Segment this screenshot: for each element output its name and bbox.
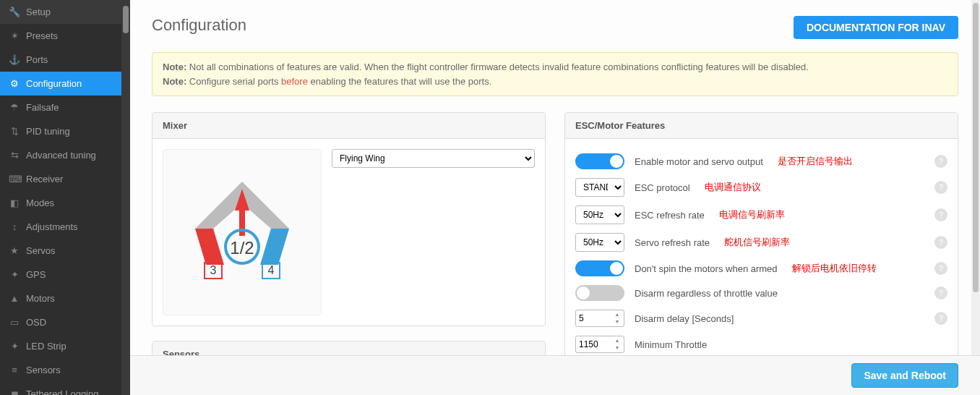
sidebar-item-label: Configuration — [26, 78, 82, 89]
help-icon[interactable]: ? — [934, 286, 947, 300]
star-icon: ✶ — [9, 30, 20, 41]
note-text: Not all combinations of features are val… — [186, 61, 809, 72]
save-reboot-button[interactable]: Save and Reboot — [851, 363, 958, 388]
esc-protocol-label: ESC protocol — [635, 182, 690, 193]
sliders-icon: ⇅ — [9, 126, 20, 137]
sensors-panel: Sensors MPU60 Accelerometer — [152, 341, 546, 355]
sidebar-item-label: Ports — [26, 54, 48, 65]
sidebar-item-label: Advanced tuning — [26, 150, 96, 161]
tune-icon: ⇆ — [9, 150, 20, 161]
annotation-text: 是否开启信号输出 — [778, 155, 853, 168]
help-icon[interactable]: ? — [934, 181, 947, 194]
log-icon: ◼ — [9, 388, 20, 395]
footer: Save and Reboot — [130, 355, 980, 395]
esc-protocol-select[interactable]: STAND — [575, 178, 624, 197]
enable-output-toggle[interactable] — [575, 153, 624, 169]
sidebar-item-label: OSD — [26, 317, 46, 328]
gear-icon: ⚙ — [9, 78, 20, 89]
step-up-icon[interactable]: ▲ — [612, 337, 622, 344]
osd-icon: ▭ — [9, 317, 20, 328]
sidebar-item-servos[interactable]: ★Servos — [0, 239, 130, 263]
sidebar-item-label: Modes — [26, 198, 54, 208]
step-up-icon[interactable]: ▲ — [612, 311, 622, 318]
servo-refresh-select[interactable]: 50Hz — [575, 233, 624, 252]
main-area: Configuration DOCUMENTATION FOR INAV Not… — [130, 0, 980, 395]
mixer-select[interactable]: Flying Wing — [332, 149, 535, 168]
sidebar-item-configuration[interactable]: ⚙Configuration — [0, 72, 130, 95]
sidebar-item-osd[interactable]: ▭OSD — [0, 310, 130, 334]
panel-header: ESC/Motor Features — [565, 113, 958, 139]
content: Configuration DOCUMENTATION FOR INAV Not… — [130, 0, 980, 355]
disarm-toggle[interactable] — [575, 285, 624, 301]
sidebar-item-label: Failsafe — [26, 102, 59, 113]
disarm-label: Disarm regardless of throttle value — [635, 288, 778, 299]
adjust-icon: ↕ — [9, 221, 20, 232]
motor-icon: ▲ — [9, 293, 20, 304]
sidebar-item-adjustments[interactable]: ↕Adjustments — [0, 215, 130, 239]
help-icon[interactable]: ? — [934, 236, 947, 249]
sidebar-item-ports[interactable]: ⚓Ports — [0, 48, 130, 72]
grid-icon: ◧ — [9, 198, 20, 208]
esc-refresh-select[interactable]: 50Hz — [575, 205, 624, 224]
sidebar-item-label: Receiver — [26, 174, 63, 184]
mixer-panel: Mixer 1/2 — [152, 112, 546, 326]
sidebar-item-motors[interactable]: ▲Motors — [0, 286, 130, 310]
note-emphasis: before — [281, 76, 308, 87]
help-icon[interactable]: ? — [934, 262, 947, 275]
sidebar-item-gps[interactable]: ✦GPS — [0, 263, 130, 286]
disarm-delay-label: Disarm delay [Seconds] — [635, 313, 734, 324]
dont-spin-label: Don't spin the motors when armed — [635, 263, 778, 274]
sidebar-item-label: PID tuning — [26, 126, 70, 137]
enable-output-label: Enable motor and servo output — [635, 156, 763, 167]
sidebar-item-setup[interactable]: 🔧Setup — [0, 0, 130, 24]
min-throttle-label: Minimum Throttle — [635, 339, 707, 350]
svg-marker-1 — [195, 229, 224, 265]
sidebar-item-failsafe[interactable]: ☂Failsafe — [0, 95, 130, 119]
servo-refresh-label: Servo refresh rate — [635, 237, 710, 248]
sidebar-item-receiver[interactable]: ⌨Receiver — [0, 167, 130, 191]
umbrella-icon: ☂ — [9, 102, 20, 113]
sidebar-scrollbar[interactable] — [121, 0, 130, 395]
help-icon[interactable]: ? — [934, 312, 947, 325]
min-throttle-input[interactable]: ▲▼ — [575, 336, 624, 353]
documentation-button[interactable]: DOCUMENTATION FOR INAV — [794, 16, 958, 39]
servo-icon: ★ — [9, 245, 20, 256]
sensor-icon: ≡ — [9, 365, 20, 375]
dont-spin-toggle[interactable] — [575, 260, 624, 276]
disarm-delay-input[interactable]: ▲▼ — [575, 310, 624, 327]
sidebar-item-label: Adjustments — [26, 221, 78, 232]
help-icon[interactable]: ? — [934, 208, 947, 221]
page-title: Configuration — [152, 16, 246, 35]
note-label: Note: — [163, 61, 186, 72]
note-label: Note: — [163, 76, 186, 87]
sidebar-item-label: LED Strip — [26, 341, 66, 352]
step-down-icon[interactable]: ▼ — [612, 318, 622, 326]
sidebar-item-led-strip[interactable]: ✦LED Strip — [0, 334, 130, 358]
sidebar-item-modes[interactable]: ◧Modes — [0, 191, 130, 215]
sidebar-item-label: Tethered Logging — [26, 388, 98, 395]
note-text: enabling the features that will use the … — [308, 76, 491, 87]
note-text: Configure serial ports — [186, 76, 281, 87]
radio-icon: ⌨ — [9, 174, 20, 184]
content-scrollbar[interactable] — [971, 0, 980, 355]
esc-refresh-label: ESC refresh rate — [635, 210, 705, 221]
scrollbar-thumb[interactable] — [123, 6, 129, 33]
sidebar-item-sensors[interactable]: ≡Sensors — [0, 358, 130, 382]
sidebar-item-presets[interactable]: ✶Presets — [0, 24, 130, 48]
step-down-icon[interactable]: ▼ — [612, 344, 622, 352]
help-icon[interactable]: ? — [934, 155, 947, 168]
gps-icon: ✦ — [9, 269, 20, 280]
sidebar-item-label: Motors — [26, 293, 55, 304]
annotation-text: 解锁后电机依旧停转 — [792, 262, 877, 275]
sidebar-item-label: Servos — [26, 245, 55, 256]
scrollbar-thumb[interactable] — [973, 3, 979, 292]
annotation-text: 电调通信协议 — [705, 181, 761, 194]
sidebar-item-advanced-tuning[interactable]: ⇆Advanced tuning — [0, 143, 130, 167]
led-icon: ✦ — [9, 341, 20, 352]
sidebar-item-label: Presets — [26, 30, 58, 41]
annotation-text: 舵机信号刷新率 — [724, 236, 790, 249]
sidebar-item-pid-tuning[interactable]: ⇅PID tuning — [0, 119, 130, 143]
anchor-icon: ⚓ — [9, 54, 20, 65]
svg-text:1/2: 1/2 — [230, 238, 254, 258]
sidebar-item-tethered-logging[interactable]: ◼Tethered Logging — [0, 382, 130, 395]
